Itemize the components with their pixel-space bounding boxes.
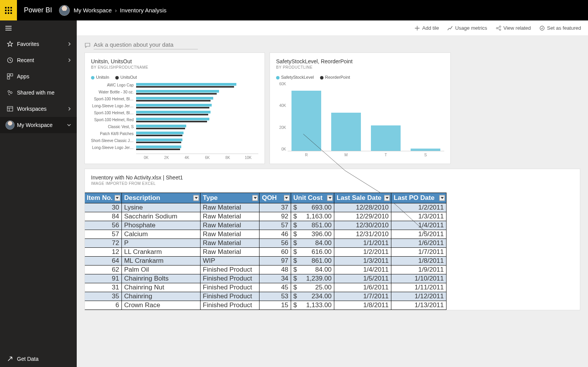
toolbar-label: Set as featured: [547, 25, 581, 31]
table-cell: 1/2/2011: [334, 248, 391, 257]
table-cell: 91: [85, 274, 121, 283]
tile-subtitle: BY PRODUCTLINE: [276, 65, 444, 69]
table-cell: 1/12/2011: [391, 292, 446, 301]
svg-rect-5: [10, 10, 12, 11]
table-cell: 60: [259, 248, 291, 257]
table-cell: 84: [85, 212, 121, 221]
table-cell: Finished Product: [200, 274, 259, 283]
badge-icon: [539, 25, 545, 31]
sidebar-item-label: Recent: [15, 57, 67, 63]
hamburger-button[interactable]: [0, 20, 77, 36]
svg-point-21: [496, 27, 498, 29]
table-cell: 1/3/2011: [334, 257, 391, 266]
svg-point-17: [10, 92, 12, 94]
add-tile-button[interactable]: Add tile: [414, 25, 439, 31]
tile-units[interactable]: UnitsIn, UnitsOut BY ENGLISHPRODUCTNAME …: [84, 52, 265, 164]
toolbar-label: Add tile: [422, 25, 439, 31]
sidebar-item-shared-with-me[interactable]: Shared with me: [0, 85, 77, 101]
table-cell: Raw Material: [200, 248, 259, 257]
filter-button[interactable]: [115, 195, 120, 201]
app-launcher-button[interactable]: [0, 0, 17, 20]
share-icon: [5, 90, 15, 96]
bar-row: [136, 137, 258, 144]
table-cell: Raw Material: [200, 203, 259, 212]
table-cell: 37: [259, 203, 291, 212]
view-related-button[interactable]: View related: [496, 25, 531, 31]
filter-button[interactable]: [439, 195, 445, 201]
svg-rect-6: [5, 12, 7, 14]
table-cell: 12/28/2010: [334, 203, 391, 212]
column-header[interactable]: Last PO Date: [391, 193, 446, 203]
set-featured-button[interactable]: Set as featured: [539, 25, 581, 31]
tile-safetystock[interactable]: SafetyStockLevel, ReorderPoint BY PRODUC…: [270, 52, 451, 164]
table-row: 62Palm OilFinished Product48$84.001/4/20…: [85, 266, 446, 274]
svg-rect-3: [5, 10, 7, 11]
sidebar-item-apps[interactable]: Apps: [0, 68, 77, 85]
qna-input[interactable]: [94, 41, 198, 49]
breadcrumb-item[interactable]: My Workspace: [74, 7, 112, 14]
table-cell: 62: [85, 266, 121, 274]
breadcrumb-item[interactable]: Inventory Analysis: [120, 7, 167, 14]
sidebar-item-favorites[interactable]: Favorites: [0, 36, 77, 52]
column-header[interactable]: Last Sale Date: [334, 193, 391, 203]
table-cell: Chainring: [121, 292, 200, 301]
filter-button[interactable]: [193, 195, 199, 201]
column-header[interactable]: Description: [121, 193, 200, 203]
axis-tick: R: [291, 153, 321, 157]
filter-button[interactable]: [284, 195, 290, 201]
sidebar-item-label: My Workspace: [15, 122, 67, 128]
table-row: 72PRaw Material56$84.001/1/20111/6/2011: [85, 239, 446, 248]
sidebar-item-label: Get Data: [15, 356, 71, 362]
table-cell: P: [121, 239, 200, 248]
table-cell: 1/8/2011: [391, 257, 446, 266]
get-data-button[interactable]: Get Data: [0, 351, 77, 367]
table-cell: $861.00: [291, 257, 334, 266]
table-cell: 1/6/2011: [334, 283, 391, 292]
toolbar-label: Usage metrics: [455, 25, 487, 31]
column-header[interactable]: Type: [200, 193, 259, 203]
bar: [291, 91, 321, 151]
bar: [331, 113, 361, 151]
svg-point-23: [499, 29, 501, 30]
breadcrumb: My Workspace › Inventory Analysis: [74, 7, 167, 14]
table-cell: 45: [259, 283, 291, 292]
table-cell: 1/1/2011: [334, 239, 391, 248]
table-cell: $25.00: [291, 283, 334, 292]
brand-label: Power BI: [17, 6, 59, 14]
axis-label: Sport-100 Helmet, Bl…: [91, 110, 134, 117]
axis-label: Classic Vest, S: [91, 123, 134, 130]
column-header[interactable]: Item No.: [85, 193, 121, 203]
filter-button[interactable]: [384, 195, 390, 201]
sidebar-item-workspaces[interactable]: Workspaces: [0, 101, 77, 117]
table-cell: 48: [259, 266, 291, 274]
axis-tick: S: [411, 153, 440, 157]
usage-metrics-button[interactable]: Usage metrics: [447, 25, 487, 31]
table-row: 31Chainring NutFinished Product45$25.001…: [85, 283, 446, 292]
table-cell: 1/7/2011: [334, 292, 391, 301]
table-row: 91Chainring BoltsFinished Product34$1,23…: [85, 274, 446, 283]
table-cell: Raw Material: [200, 230, 259, 239]
column-header[interactable]: QOH: [259, 193, 291, 203]
sidebar-item-recent[interactable]: Recent: [0, 52, 77, 68]
table-cell: Chainring Nut: [121, 283, 200, 292]
table-row: 64ML CrankarmWIP97$861.001/3/20111/8/201…: [85, 257, 446, 266]
table-cell: 57: [85, 230, 121, 239]
sidebar-item-my-workspace[interactable]: My Workspace: [0, 117, 77, 133]
column-header[interactable]: Unit Cost: [291, 193, 334, 203]
bar: [411, 149, 440, 151]
axis-tick: 6K: [197, 156, 217, 160]
axis-label: Long-Sleeve Logo Jer…: [91, 144, 134, 151]
table-cell: $1,163.00: [291, 212, 334, 221]
chat-icon: [84, 42, 91, 49]
table-cell: 12/30/2010: [334, 221, 391, 230]
tile-excel[interactable]: Inventory with No Activity.xlsx | Sheet1…: [84, 169, 580, 310]
filter-button[interactable]: [252, 195, 258, 201]
bar-row: [136, 117, 258, 123]
table-row: 56PhosphateRaw Material57$851.0012/30/20…: [85, 221, 446, 230]
clock-icon: [5, 57, 15, 63]
chart-icon: [447, 25, 453, 31]
tile-title: SafetyStockLevel, ReorderPoint: [276, 58, 444, 64]
avatar[interactable]: [59, 5, 70, 16]
filter-button[interactable]: [327, 195, 333, 201]
table-cell: 92: [259, 212, 291, 221]
